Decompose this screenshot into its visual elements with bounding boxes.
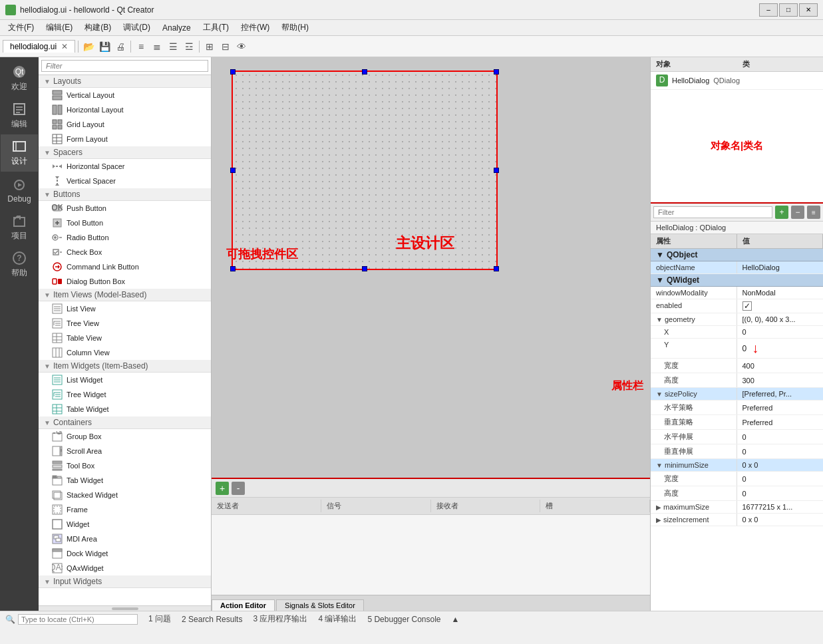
sizepolicy-expand[interactable]: ▼	[656, 391, 663, 398]
widget-group-box[interactable]: GB Group Box	[39, 429, 211, 444]
object-row-hellodialog[interactable]: D HelloDialog QDialog	[651, 72, 823, 90]
toolbar-snap[interactable]: ⊟	[218, 39, 233, 54]
widget-list-widget[interactable]: List Widget	[39, 373, 211, 387]
toolbar-grid[interactable]: ⊞	[202, 39, 217, 54]
section-buttons[interactable]: ▼ Buttons	[39, 188, 211, 201]
prop-row-vpolicy[interactable]: 垂直策略 Preferred	[651, 415, 823, 430]
menu-build[interactable]: 构建(B)	[79, 21, 116, 35]
prop-row-x[interactable]: X 0	[651, 326, 823, 339]
handle-mid-left[interactable]	[230, 168, 236, 173]
section-spacers[interactable]: ▼ Spacers	[39, 146, 211, 159]
dialog-box[interactable]	[232, 71, 498, 270]
toolbar-align-center[interactable]: ≣	[150, 39, 164, 54]
tab-hellodialog[interactable]: hellodialog.ui ✕	[3, 40, 75, 53]
widget-horizontal-spacer[interactable]: Horizontal Spacer	[39, 159, 211, 174]
menu-edit[interactable]: 编辑(E)	[41, 21, 78, 35]
prop-row-hstretch[interactable]: 水平伸展 0	[651, 430, 823, 444]
handle-top-center[interactable]	[362, 69, 367, 75]
widget-frame[interactable]: Frame	[39, 502, 211, 517]
prop-row-sizepolicy[interactable]: ▼ sizePolicy [Preferred, Pr...	[651, 388, 823, 401]
sidebar-help[interactable]: ? 帮助	[1, 246, 38, 283]
widget-list-view[interactable]: List View	[39, 301, 211, 316]
toolbar-save-button[interactable]: 💾	[97, 39, 112, 54]
widget-dialog-button-box[interactable]: Dialog Button Box	[39, 274, 211, 289]
widget-filter-input[interactable]	[41, 60, 208, 72]
add-signal-slot-button[interactable]: +	[216, 482, 229, 495]
widget-tool-box[interactable]: Tool Box	[39, 458, 211, 473]
prop-row-minheight[interactable]: 高度 0	[651, 486, 823, 501]
widget-form-layout[interactable]: Form Layout	[39, 132, 211, 146]
widget-column-view[interactable]: Column View	[39, 345, 211, 360]
handle-top-right[interactable]	[494, 69, 499, 75]
handle-bot-center[interactable]	[362, 266, 367, 271]
section-layouts[interactable]: ▼ Layouts	[39, 75, 211, 88]
widget-horizontal-layout[interactable]: Horizontal Layout	[39, 102, 211, 117]
menu-widgets[interactable]: 控件(W)	[236, 21, 275, 35]
widget-vertical-spacer[interactable]: Vertical Spacer	[39, 174, 211, 188]
handle-bot-left[interactable]	[230, 266, 236, 271]
section-item-views[interactable]: ▼ Item Views (Model-Based)	[39, 289, 211, 301]
widget-dock-widget[interactable]: Dock Widget	[39, 546, 211, 561]
widget-stacked-widget[interactable]: Stacked Widget	[39, 488, 211, 502]
prop-row-minsize[interactable]: ▼ minimumSize 0 x 0	[651, 459, 823, 472]
status-search-input[interactable]	[18, 614, 138, 625]
prop-row-y[interactable]: Y 0 ↓	[651, 339, 823, 359]
status-dropdown[interactable]: ▲	[452, 615, 460, 624]
minsize-expand[interactable]: ▼	[656, 462, 663, 469]
property-filter-input[interactable]	[653, 206, 772, 218]
widget-push-button[interactable]: OK Push Button	[39, 201, 211, 216]
property-options-button[interactable]: ≡	[807, 206, 820, 219]
sizeincrement-expand[interactable]: ▶	[656, 516, 661, 524]
sidebar-welcome[interactable]: Qt 欢迎	[1, 60, 38, 97]
sidebar-design[interactable]: 设计	[1, 134, 38, 172]
section-item-widgets[interactable]: ▼ Item Widgets (Item-Based)	[39, 360, 211, 373]
widget-vertical-layout[interactable]: Vertical Layout	[39, 88, 211, 102]
geometry-expand[interactable]: ▼	[656, 316, 663, 323]
status-compile-output[interactable]: 4 编译输出	[318, 613, 357, 625]
toolbar-preview[interactable]: 👁	[234, 39, 249, 54]
handle-bot-right[interactable]	[494, 266, 499, 271]
widget-check-box[interactable]: Check Box	[39, 245, 211, 259]
toolbar-align-left[interactable]: ≡	[134, 39, 148, 54]
widget-widget[interactable]: Widget	[39, 517, 211, 532]
prop-row-sizeincrement[interactable]: ▶ sizeIncrement 0 x 0	[651, 514, 823, 526]
sidebar-edit[interactable]: 编辑	[1, 97, 38, 134]
sidebar-projects[interactable]: 项目	[1, 209, 38, 246]
tab-close-button[interactable]: ✕	[61, 42, 68, 51]
menu-file[interactable]: 文件(F)	[3, 21, 39, 35]
property-remove-button[interactable]: −	[791, 206, 804, 219]
maximize-button[interactable]: □	[779, 3, 798, 17]
minimize-button[interactable]: –	[759, 3, 778, 17]
prop-row-enabled[interactable]: enabled ✓	[651, 299, 823, 313]
widget-qaxwidget[interactable]: QAx QAxWidget	[39, 561, 211, 575]
status-app-output[interactable]: 3 应用程序输出	[253, 613, 307, 625]
enabled-checkbox[interactable]: ✓	[742, 301, 752, 311]
section-input-widgets[interactable]: ▼ Input Widgets	[39, 575, 211, 588]
widget-grid-layout[interactable]: Grid Layout	[39, 117, 211, 132]
prop-row-minwidth[interactable]: 宽度 0	[651, 472, 823, 486]
widget-tab-widget[interactable]: Tab Widget	[39, 473, 211, 488]
widget-tool-button[interactable]: Tool Button	[39, 216, 211, 230]
toolbar-open-button[interactable]: 📂	[81, 39, 96, 54]
status-problems[interactable]: 1 问题	[148, 613, 171, 625]
menu-tools[interactable]: 工具(T)	[198, 21, 234, 35]
section-containers[interactable]: ▼ Containers	[39, 416, 211, 429]
widget-tree-view[interactable]: Tree View	[39, 316, 211, 331]
widget-table-view[interactable]: Table View	[39, 331, 211, 345]
property-add-button[interactable]: +	[775, 206, 788, 219]
status-debugger-console[interactable]: 5 Debugger Console	[367, 615, 440, 624]
tab-signals-slots-editor[interactable]: Signals & Slots Editor	[276, 599, 364, 611]
widget-tree-widget[interactable]: Tree Widget	[39, 387, 211, 402]
sidebar-debug[interactable]: Debug	[1, 172, 38, 209]
widget-scroll-area[interactable]: Scroll Area	[39, 444, 211, 458]
prop-row-objectname[interactable]: objectName HelloDialog	[651, 261, 823, 274]
design-canvas[interactable]: 可拖拽控件区 主设计区	[212, 57, 650, 478]
prop-row-geometry[interactable]: ▼ geometry [(0, 0), 400 x 3...	[651, 313, 823, 326]
widget-mdi-area[interactable]: MDI Area	[39, 532, 211, 546]
toolbar-layout-v[interactable]: ☲	[182, 39, 196, 54]
widget-table-widget[interactable]: Table Widget	[39, 402, 211, 416]
status-search-results[interactable]: 2 Search Results	[182, 615, 242, 624]
toolbar-layout-h[interactable]: ☰	[166, 39, 180, 54]
delete-signal-slot-button[interactable]: -	[232, 482, 245, 495]
prop-row-windowmodality[interactable]: windowModality NonModal	[651, 287, 823, 299]
